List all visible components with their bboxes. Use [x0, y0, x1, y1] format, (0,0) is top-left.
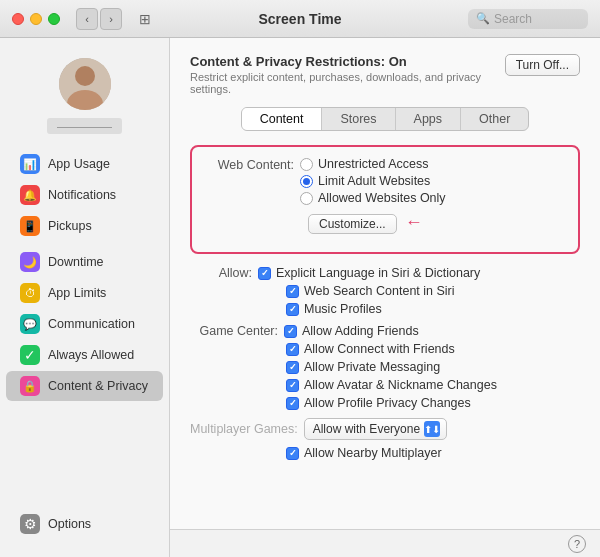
tab-content[interactable]: Content — [242, 108, 323, 130]
game-checkbox-5[interactable] — [286, 397, 299, 410]
app-limits-icon: ⏱ — [20, 283, 40, 303]
allow-checkbox-2[interactable] — [286, 285, 299, 298]
sidebar-item-downtime[interactable]: 🌙 Downtime — [6, 247, 163, 277]
allow-item-3-label: Music Profiles — [304, 302, 382, 316]
radio-limit-adult-input[interactable] — [300, 175, 313, 188]
svg-point-1 — [75, 66, 95, 86]
dropdown-arrow-icon: ⬆⬇ — [424, 421, 440, 437]
close-button[interactable] — [12, 13, 24, 25]
help-button[interactable]: ? — [568, 535, 586, 553]
radio-unrestricted-input[interactable] — [300, 158, 313, 171]
customize-row: Customize... ← — [300, 210, 446, 234]
sidebar-item-notifications[interactable]: 🔔 Notifications — [6, 180, 163, 210]
search-bar[interactable]: 🔍 — [468, 9, 588, 29]
avatar — [59, 58, 111, 110]
restriction-subtitle: Restrict explicit content, purchases, do… — [190, 71, 505, 95]
sidebar-label-communication: Communication — [48, 317, 135, 331]
header-text: Content & Privacy Restrictions: On Restr… — [190, 54, 505, 95]
avatar-image — [59, 58, 111, 110]
forward-button[interactable]: › — [100, 8, 122, 30]
options-icon: ⚙ — [20, 514, 40, 534]
sidebar-item-content-privacy[interactable]: 🔒 Content & Privacy — [6, 371, 163, 401]
bottom-bar: ? — [170, 529, 600, 557]
allow-section: Allow: Explicit Language in Siri & Dicti… — [190, 266, 580, 316]
game-checkbox-2[interactable] — [286, 343, 299, 356]
always-allowed-icon: ✓ — [20, 345, 40, 365]
sidebar-label-app-usage: App Usage — [48, 157, 110, 171]
search-icon: 🔍 — [476, 12, 490, 25]
nearby-checkbox[interactable] — [286, 447, 299, 460]
radio-allowed-only-input[interactable] — [300, 192, 313, 205]
web-content-label: Web Content: — [204, 157, 294, 172]
tabs-container: Content Stores Apps Other — [190, 107, 580, 131]
sidebar-label-downtime: Downtime — [48, 255, 104, 269]
sidebar-item-communication[interactable]: 💬 Communication — [6, 309, 163, 339]
back-button[interactable]: ‹ — [76, 8, 98, 30]
sidebar-label-always-allowed: Always Allowed — [48, 348, 134, 362]
multiplayer-select[interactable]: Allow with Everyone ⬆⬇ — [304, 418, 447, 440]
app-usage-icon: 📊 — [20, 154, 40, 174]
radio-unrestricted-label: Unrestricted Access — [318, 157, 428, 171]
allow-row-1: Allow: Explicit Language in Siri & Dicti… — [190, 266, 580, 280]
user-display-name: ————— — [47, 118, 122, 134]
game-checkbox-1[interactable] — [284, 325, 297, 338]
multiplayer-row: Multiplayer Games: Allow with Everyone ⬆… — [190, 418, 580, 440]
sidebar-item-options[interactable]: ⚙ Options — [6, 509, 163, 539]
radio-allowed-only-label: Allowed Websites Only — [318, 191, 446, 205]
allow-checkbox-3[interactable] — [286, 303, 299, 316]
sidebar-item-app-limits[interactable]: ⏱ App Limits — [6, 278, 163, 308]
search-input[interactable] — [494, 12, 579, 26]
restriction-on: On — [385, 54, 407, 69]
sidebar-item-app-usage[interactable]: 📊 App Usage — [6, 149, 163, 179]
radio-limit-adult[interactable]: Limit Adult Websites — [300, 174, 446, 188]
game-item-1: Allow Adding Friends — [284, 324, 419, 338]
radio-limit-adult-label: Limit Adult Websites — [318, 174, 430, 188]
nav-buttons: ‹ › — [76, 8, 122, 30]
sidebar-item-pickups[interactable]: 📱 Pickups — [6, 211, 163, 241]
zoom-button[interactable] — [48, 13, 60, 25]
game-item-2-label: Allow Connect with Friends — [304, 342, 455, 356]
web-content-row: Web Content: Unrestricted Access Limit A… — [204, 157, 566, 234]
titlebar: ‹ › ⊞ Screen Time 🔍 — [0, 0, 600, 38]
allow-item-2-label: Web Search Content in Siri — [304, 284, 455, 298]
game-item-2: Allow Connect with Friends — [286, 342, 455, 356]
tab-apps[interactable]: Apps — [396, 108, 462, 130]
allow-label: Allow: — [192, 266, 252, 280]
content-area: Content & Privacy Restrictions: On Restr… — [170, 38, 600, 557]
allow-checkbox-1[interactable] — [258, 267, 271, 280]
notifications-icon: 🔔 — [20, 185, 40, 205]
sidebar-bottom: ⚙ Options — [0, 501, 169, 547]
game-row-4: Allow Avatar & Nickname Changes — [286, 378, 580, 392]
nearby-row: Allow Nearby Multiplayer — [286, 446, 580, 460]
tab-stores[interactable]: Stores — [322, 108, 395, 130]
pickups-icon: 📱 — [20, 216, 40, 236]
game-row-5: Allow Profile Privacy Changes — [286, 396, 580, 410]
turn-off-button[interactable]: Turn Off... — [505, 54, 580, 76]
restriction-status: Content & Privacy Restrictions: On — [190, 54, 505, 69]
game-center-section: Game Center: Allow Adding Friends Allow … — [190, 324, 580, 410]
customize-button[interactable]: Customize... — [308, 214, 397, 234]
game-checkbox-4[interactable] — [286, 379, 299, 392]
allow-row-2: Web Search Content in Siri — [286, 284, 580, 298]
game-item-4: Allow Avatar & Nickname Changes — [286, 378, 497, 392]
minimize-button[interactable] — [30, 13, 42, 25]
arrow-icon: ← — [405, 212, 423, 233]
music-row: Music Profiles — [286, 302, 580, 316]
sidebar-item-always-allowed[interactable]: ✓ Always Allowed — [6, 340, 163, 370]
game-item-5-label: Allow Profile Privacy Changes — [304, 396, 471, 410]
radio-allowed-only[interactable]: Allowed Websites Only — [300, 191, 446, 205]
tab-other[interactable]: Other — [461, 108, 528, 130]
game-item-3-label: Allow Private Messaging — [304, 360, 440, 374]
game-checkbox-3[interactable] — [286, 361, 299, 374]
web-content-box: Web Content: Unrestricted Access Limit A… — [190, 145, 580, 254]
grid-button[interactable]: ⊞ — [134, 8, 156, 30]
radio-unrestricted[interactable]: Unrestricted Access — [300, 157, 446, 171]
nearby-item: Allow Nearby Multiplayer — [286, 446, 442, 460]
allow-item-3: Music Profiles — [286, 302, 382, 316]
sidebar-top: ————— 📊 App Usage 🔔 Notifications 📱 Pick… — [0, 48, 169, 501]
main-layout: ————— 📊 App Usage 🔔 Notifications 📱 Pick… — [0, 38, 600, 557]
game-item-5: Allow Profile Privacy Changes — [286, 396, 471, 410]
content-privacy-icon: 🔒 — [20, 376, 40, 396]
web-content-radio-group: Unrestricted Access Limit Adult Websites… — [300, 157, 446, 234]
sidebar-label-pickups: Pickups — [48, 219, 92, 233]
